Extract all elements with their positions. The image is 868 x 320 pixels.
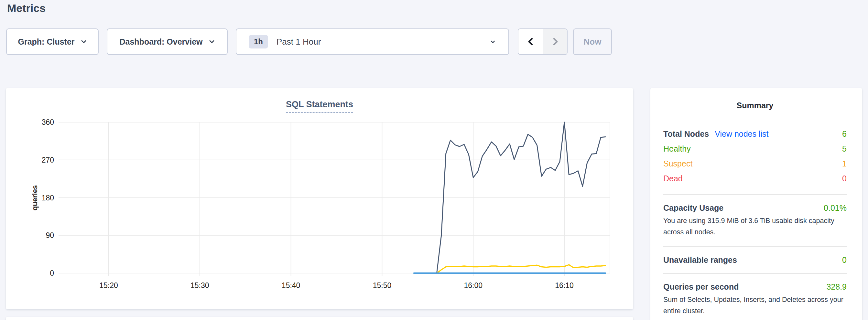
summary-title: Summary — [663, 101, 847, 110]
sql-statements-chart-card: SQL Statements queries 09018027036015:20… — [6, 88, 633, 309]
graph-dropdown[interactable]: Graph: Cluster — [6, 28, 99, 55]
healthy-value: 5 — [842, 144, 847, 154]
time-shift-button-group — [518, 28, 567, 55]
unavailable-ranges-label: Unavailable ranges — [663, 255, 737, 265]
divider — [663, 246, 847, 247]
chevron-left-icon — [526, 37, 535, 46]
next-chart-card-partial — [6, 317, 633, 320]
y-tick-label: 0 — [50, 269, 54, 277]
y-tick-label: 270 — [42, 156, 54, 164]
healthy-label: Healthy — [663, 144, 691, 154]
view-nodes-list-link[interactable]: View nodes list — [715, 129, 768, 139]
capacity-usage-value: 0.01% — [824, 203, 847, 213]
suspect-nodes-row: Suspect 1 — [663, 156, 847, 171]
chevron-down-icon — [209, 38, 215, 45]
dead-nodes-row: Dead 0 — [663, 171, 847, 186]
now-button[interactable]: Now — [573, 28, 612, 55]
series-yellow-line — [414, 265, 606, 273]
x-tick-label: 16:10 — [555, 281, 574, 290]
unavailable-ranges-row: Unavailable ranges 0 — [663, 255, 847, 265]
x-tick-label: 15:50 — [373, 281, 392, 290]
total-nodes-row: Total Nodes View nodes list 6 — [663, 126, 847, 141]
chevron-down-icon — [81, 38, 87, 45]
dashboard-dropdown-label: Dashboard: Overview — [119, 37, 203, 46]
time-window-label: Past 1 Hour — [277, 37, 490, 47]
divider — [663, 273, 847, 274]
suspect-value: 1 — [842, 159, 847, 168]
queries-per-second-label: Queries per second — [663, 282, 739, 292]
y-tick-label: 90 — [45, 231, 54, 239]
now-button-label: Now — [584, 37, 601, 47]
previous-timespan-button[interactable] — [518, 29, 542, 54]
divider — [663, 194, 847, 195]
time-range-dropdown[interactable]: 1h Past 1 Hour — [236, 28, 509, 55]
queries-per-second-row: Queries per second 328.9 — [663, 282, 847, 292]
x-tick-label: 15:30 — [190, 281, 209, 290]
queries-per-second-value: 328.9 — [826, 282, 847, 292]
next-timespan-button-disabled[interactable] — [542, 29, 567, 54]
y-tick-label: 180 — [42, 194, 54, 202]
unavailable-ranges-value: 0 — [842, 255, 847, 265]
total-nodes-label: Total Nodes — [663, 129, 709, 139]
capacity-usage-label: Capacity Usage — [663, 203, 723, 213]
sql-statements-line-chart[interactable]: 09018027036015:2015:3015:4015:5016:0016:… — [6, 88, 633, 309]
x-tick-label: 16:00 — [464, 281, 483, 290]
capacity-usage-description: You are using 315.9 MiB of 3.6 TiB usabl… — [663, 215, 847, 238]
graph-dropdown-label: Graph: Cluster — [18, 37, 74, 46]
x-tick-label: 15:40 — [282, 281, 301, 290]
chevron-right-icon — [551, 37, 559, 46]
chevron-down-icon — [490, 38, 496, 45]
capacity-usage-row: Capacity Usage 0.01% — [663, 203, 847, 213]
healthy-nodes-row: Healthy 5 — [663, 141, 847, 156]
dashboard-dropdown[interactable]: Dashboard: Overview — [107, 28, 228, 55]
total-nodes-value: 6 — [842, 129, 847, 139]
page-title: Metrics — [7, 0, 45, 16]
time-window-badge: 1h — [249, 35, 268, 49]
summary-panel: Summary Total Nodes View nodes list 6 He… — [650, 88, 862, 320]
suspect-label: Suspect — [663, 159, 692, 168]
x-tick-label: 15:20 — [99, 281, 118, 290]
dead-value: 0 — [842, 174, 847, 183]
queries-per-second-description: Sum of Selects, Updates, Inserts, and De… — [663, 294, 847, 317]
y-tick-label: 360 — [42, 118, 54, 126]
dead-label: Dead — [663, 174, 683, 183]
